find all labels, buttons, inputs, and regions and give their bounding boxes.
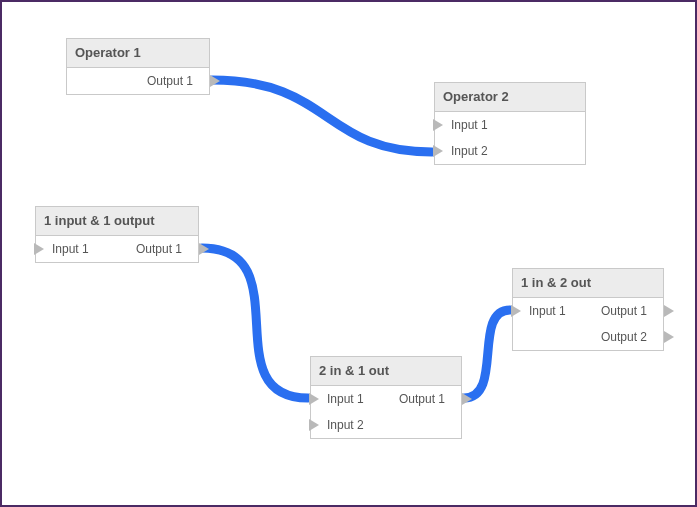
- node-op1[interactable]: Operator 1 Output 1: [66, 38, 210, 95]
- node-io11[interactable]: 1 input & 1 output Input 1 Output 1: [35, 206, 199, 263]
- port-row-input: Input 2: [435, 138, 585, 164]
- input-label: Input 2: [451, 138, 488, 164]
- input-label: Input 2: [327, 412, 364, 438]
- input-label: Input 1: [529, 298, 566, 324]
- node-title: 2 in & 1 out: [311, 357, 461, 386]
- output-label: Output 1: [399, 386, 445, 412]
- edge-op1-op2: [212, 80, 432, 152]
- triangle-icon[interactable]: [309, 393, 319, 405]
- port-row-io: Input 1 Output 1: [513, 298, 663, 324]
- input-label: Input 1: [52, 236, 89, 262]
- output-label: Output 2: [601, 324, 647, 350]
- triangle-icon[interactable]: [309, 419, 319, 431]
- node-in21[interactable]: 2 in & 1 out Input 1 Output 1 Input 2: [310, 356, 462, 439]
- triangle-icon[interactable]: [664, 331, 674, 343]
- node-in12[interactable]: 1 in & 2 out Input 1 Output 1 Output 2: [512, 268, 664, 351]
- input-label: Input 1: [327, 386, 364, 412]
- node-title: Operator 2: [435, 83, 585, 112]
- output-label: Output 1: [147, 68, 193, 94]
- edge-in21-in12: [464, 310, 510, 398]
- triangle-icon[interactable]: [511, 305, 521, 317]
- input-label: Input 1: [451, 112, 488, 138]
- triangle-icon[interactable]: [433, 145, 443, 157]
- node-title: Operator 1: [67, 39, 209, 68]
- triangle-icon[interactable]: [433, 119, 443, 131]
- triangle-icon[interactable]: [462, 393, 472, 405]
- node-op2[interactable]: Operator 2 Input 1 Input 2: [434, 82, 586, 165]
- port-row-output: Output 1: [67, 68, 209, 94]
- port-row-output: Output 2: [513, 324, 663, 350]
- triangle-icon[interactable]: [34, 243, 44, 255]
- triangle-icon[interactable]: [664, 305, 674, 317]
- triangle-icon[interactable]: [210, 75, 220, 87]
- output-label: Output 1: [601, 298, 647, 324]
- triangle-icon[interactable]: [199, 243, 209, 255]
- edge-io11-in21: [202, 248, 308, 398]
- node-title: 1 in & 2 out: [513, 269, 663, 298]
- port-row-io: Input 1 Output 1: [36, 236, 198, 262]
- port-row-io: Input 1 Output 1: [311, 386, 461, 412]
- output-label: Output 1: [136, 236, 182, 262]
- node-title: 1 input & 1 output: [36, 207, 198, 236]
- port-row-input: Input 2: [311, 412, 461, 438]
- diagram-canvas: Operator 1 Output 1 Operator 2 Input 1 I…: [0, 0, 697, 507]
- port-row-input: Input 1: [435, 112, 585, 138]
